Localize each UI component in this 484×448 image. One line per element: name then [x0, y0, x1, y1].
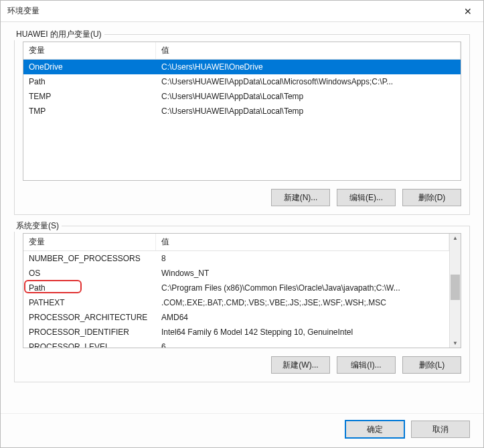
cell-val: C:\Users\HUAWEI\OneDrive: [156, 62, 461, 72]
user-delete-button[interactable]: 删除(D): [402, 189, 461, 206]
cell-var: NUMBER_OF_PROCESSORS: [23, 254, 156, 263]
header-col-val[interactable]: 值: [156, 234, 449, 250]
cell-val: 6: [156, 342, 449, 348]
user-edit-button[interactable]: 编辑(E)...: [337, 189, 396, 206]
header-col-val[interactable]: 值: [156, 42, 461, 59]
cell-val: AMD64: [156, 313, 449, 322]
cell-var: Path: [23, 77, 156, 86]
table-row[interactable]: OneDriveC:\Users\HUAWEI\OneDrive: [23, 60, 461, 74]
table-row[interactable]: PROCESSOR_IDENTIFIERIntel64 Family 6 Mod…: [23, 325, 449, 340]
cell-val: Intel64 Family 6 Model 142 Stepping 10, …: [156, 327, 449, 337]
table-row[interactable]: PROCESSOR_LEVEL6: [23, 340, 449, 348]
table-row[interactable]: PATHEXT.COM;.EXE;.BAT;.CMD;.VBS;.VBE;.JS…: [23, 295, 449, 310]
user-new-button[interactable]: 新建(N)...: [271, 189, 330, 206]
titlebar: 环境变量 ✕: [1, 1, 483, 22]
system-new-button[interactable]: 新建(W)...: [271, 356, 330, 374]
system-vars-list[interactable]: 变量 值 NUMBER_OF_PROCESSORS8OSWindows_NTPa…: [23, 233, 461, 348]
close-button[interactable]: ✕: [453, 1, 483, 22]
cancel-button[interactable]: 取消: [411, 421, 470, 438]
system-vars-header: 变量 值: [23, 234, 449, 251]
header-col-var[interactable]: 变量: [23, 234, 156, 250]
system-edit-button[interactable]: 编辑(I)...: [337, 356, 396, 374]
user-vars-group: HUAWEI 的用户变量(U) 变量 值 OneDriveC:\Users\HU…: [14, 34, 470, 215]
close-icon: ✕: [464, 6, 472, 17]
user-vars-label: HUAWEI 的用户变量(U): [13, 29, 104, 40]
table-row[interactable]: PathC:\Users\HUAWEI\AppData\Local\Micros…: [23, 74, 461, 89]
cell-var: PROCESSOR_LEVEL: [23, 342, 156, 348]
cell-val: C:\Users\HUAWEI\AppData\Local\Temp: [156, 106, 461, 116]
user-vars-rows: OneDriveC:\Users\HUAWEI\OneDrivePathC:\U…: [23, 60, 461, 180]
scroll-track[interactable]: [451, 242, 460, 339]
cell-var: OneDrive: [23, 62, 156, 72]
dialog-footer: 确定 取消: [1, 413, 483, 447]
system-scrollbar[interactable]: ▲ ▼: [449, 234, 461, 348]
table-row[interactable]: NUMBER_OF_PROCESSORS8: [23, 251, 449, 266]
header-col-var[interactable]: 变量: [23, 42, 156, 59]
cell-val: Windows_NT: [156, 269, 449, 278]
table-row[interactable]: TMPC:\Users\HUAWEI\AppData\Local\Temp: [23, 104, 461, 119]
cell-val: 8: [156, 254, 449, 263]
cell-var: PROCESSOR_ARCHITECTURE: [23, 313, 156, 322]
cell-val: .COM;.EXE;.BAT;.CMD;.VBS;.VBE;.JS;.JSE;.…: [156, 298, 449, 307]
scroll-thumb[interactable]: [451, 275, 460, 300]
cell-var: OS: [23, 269, 156, 278]
cell-var: PROCESSOR_IDENTIFIER: [23, 327, 156, 337]
system-vars-group: 系统变量(S) 变量 值 NUMBER_OF_PROCESSORS8OSWind…: [14, 226, 470, 382]
cell-var: PATHEXT: [23, 298, 156, 307]
env-vars-dialog: 环境变量 ✕ HUAWEI 的用户变量(U) 变量 值 OneDriveC:\U…: [0, 0, 484, 448]
scroll-up-icon[interactable]: ▲: [453, 234, 458, 242]
user-vars-header: 变量 值: [23, 42, 461, 60]
table-row[interactable]: OSWindows_NT: [23, 266, 449, 281]
table-row[interactable]: PathC:\Program Files (x86)\Common Files\…: [23, 281, 449, 295]
cell-var: TMP: [23, 106, 156, 116]
user-vars-buttons: 新建(N)... 编辑(E)... 删除(D): [23, 189, 461, 206]
cell-val: C:\Users\HUAWEI\AppData\Local\Temp: [156, 92, 461, 101]
window-title: 环境变量: [7, 5, 39, 17]
system-vars-buttons: 新建(W)... 编辑(I)... 删除(L): [23, 356, 461, 374]
dialog-body: HUAWEI 的用户变量(U) 变量 值 OneDriveC:\Users\HU…: [1, 22, 483, 413]
system-vars-rows: NUMBER_OF_PROCESSORS8OSWindows_NTPathC:\…: [23, 251, 449, 348]
table-row[interactable]: TEMPC:\Users\HUAWEI\AppData\Local\Temp: [23, 89, 461, 104]
scroll-down-icon[interactable]: ▼: [453, 339, 458, 348]
cell-val: C:\Users\HUAWEI\AppData\Local\Microsoft\…: [156, 77, 461, 86]
table-row[interactable]: PROCESSOR_ARCHITECTUREAMD64: [23, 310, 449, 325]
system-delete-button[interactable]: 删除(L): [402, 356, 461, 374]
user-vars-list[interactable]: 变量 值 OneDriveC:\Users\HUAWEI\OneDrivePat…: [23, 42, 461, 181]
system-vars-label: 系统变量(S): [13, 220, 62, 232]
cell-var: Path: [23, 283, 156, 293]
cell-var: TEMP: [23, 92, 156, 101]
ok-button[interactable]: 确定: [345, 421, 404, 438]
cell-val: C:\Program Files (x86)\Common Files\Orac…: [156, 283, 449, 293]
